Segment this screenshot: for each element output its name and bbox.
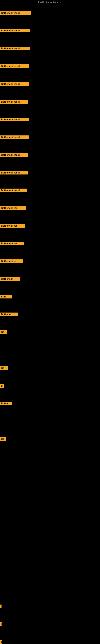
bottleneck-badge-15: Bottleneck — [0, 277, 20, 281]
bottleneck-badge-25: E — [0, 640, 2, 644]
bottleneck-badge-5: Bottleneck result — [0, 100, 28, 104]
bottleneck-badge-19: Bo — [0, 366, 8, 370]
bottleneck-badge-0: Bottleneck result — [0, 11, 31, 15]
bottleneck-badge-17: Bottlene — [0, 312, 18, 316]
bottleneck-badge-22: Bo — [0, 437, 6, 441]
bottleneck-badge-16: Bottl — [0, 295, 12, 298]
bottleneck-badge-23: | — [0, 604, 2, 608]
site-title: TheBottlenecker.com — [38, 1, 62, 4]
bottleneck-badge-14: Bottleneck re — [0, 260, 23, 263]
bottleneck-badge-20: B — [0, 384, 4, 388]
bottleneck-badge-2: Bottleneck result — [0, 47, 30, 50]
bottleneck-badge-9: Bottleneck result — [0, 171, 28, 174]
bottleneck-badge-4: Bottleneck result — [0, 82, 29, 86]
bottleneck-badge-10: Bottleneck result — [0, 188, 27, 192]
bottleneck-badge-13: Bottleneck res — [0, 242, 24, 245]
bottleneck-badge-24: | — [0, 622, 2, 626]
bottleneck-badge-6: Bottleneck result — [0, 118, 29, 121]
bottleneck-badge-18: Bo — [0, 330, 7, 334]
bottleneck-badge-12: Bottleneck res — [0, 224, 25, 228]
bottleneck-badge-21: Bottle — [0, 402, 12, 405]
bottleneck-badge-3: Bottleneck result — [0, 64, 29, 68]
bottleneck-badge-1: Bottleneck result — [0, 29, 30, 32]
bottleneck-badge-7: Bottleneck result — [0, 136, 29, 139]
bottleneck-badge-11: Bottleneck res — [0, 206, 26, 210]
bottleneck-badge-8: Bottleneck result — [0, 153, 28, 157]
